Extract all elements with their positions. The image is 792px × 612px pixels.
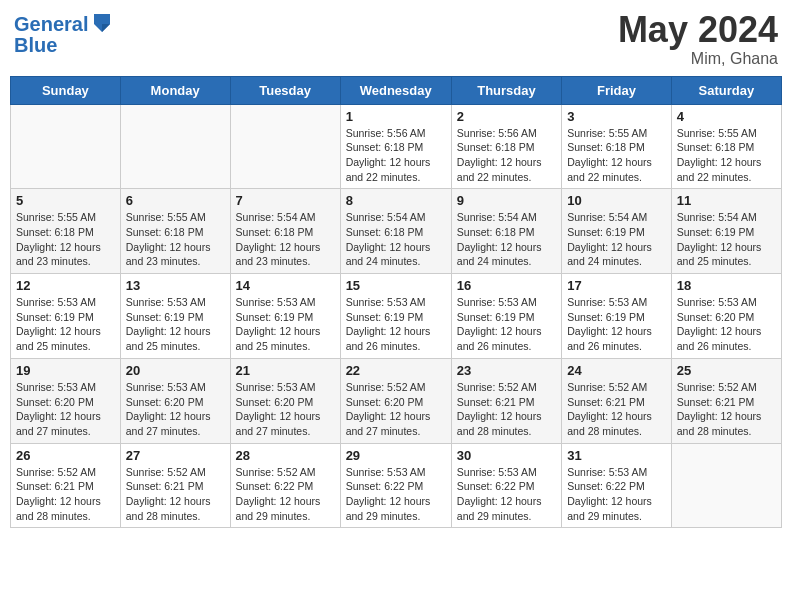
day-info: Sunrise: 5:53 AM Sunset: 6:22 PM Dayligh… bbox=[457, 465, 556, 524]
day-info: Sunrise: 5:55 AM Sunset: 6:18 PM Dayligh… bbox=[16, 210, 115, 269]
day-number: 11 bbox=[677, 193, 776, 208]
calendar-week-2: 5Sunrise: 5:55 AM Sunset: 6:18 PM Daylig… bbox=[11, 189, 782, 274]
main-title: May 2024 bbox=[618, 10, 778, 50]
calendar-cell: 21Sunrise: 5:53 AM Sunset: 6:20 PM Dayli… bbox=[230, 358, 340, 443]
calendar-cell: 10Sunrise: 5:54 AM Sunset: 6:19 PM Dayli… bbox=[562, 189, 672, 274]
calendar-cell bbox=[230, 104, 340, 189]
day-info: Sunrise: 5:53 AM Sunset: 6:19 PM Dayligh… bbox=[457, 295, 556, 354]
day-number: 4 bbox=[677, 109, 776, 124]
calendar-cell: 3Sunrise: 5:55 AM Sunset: 6:18 PM Daylig… bbox=[562, 104, 672, 189]
day-number: 21 bbox=[236, 363, 335, 378]
day-info: Sunrise: 5:53 AM Sunset: 6:19 PM Dayligh… bbox=[236, 295, 335, 354]
day-header-thursday: Thursday bbox=[451, 76, 561, 104]
calendar-cell: 25Sunrise: 5:52 AM Sunset: 6:21 PM Dayli… bbox=[671, 358, 781, 443]
day-number: 27 bbox=[126, 448, 225, 463]
calendar-cell: 23Sunrise: 5:52 AM Sunset: 6:21 PM Dayli… bbox=[451, 358, 561, 443]
day-number: 2 bbox=[457, 109, 556, 124]
logo-icon bbox=[90, 10, 114, 38]
day-info: Sunrise: 5:53 AM Sunset: 6:22 PM Dayligh… bbox=[346, 465, 446, 524]
calendar-cell: 4Sunrise: 5:55 AM Sunset: 6:18 PM Daylig… bbox=[671, 104, 781, 189]
day-info: Sunrise: 5:55 AM Sunset: 6:18 PM Dayligh… bbox=[567, 126, 666, 185]
day-info: Sunrise: 5:54 AM Sunset: 6:19 PM Dayligh… bbox=[567, 210, 666, 269]
day-info: Sunrise: 5:54 AM Sunset: 6:19 PM Dayligh… bbox=[677, 210, 776, 269]
day-number: 12 bbox=[16, 278, 115, 293]
calendar-cell: 31Sunrise: 5:53 AM Sunset: 6:22 PM Dayli… bbox=[562, 443, 672, 528]
day-info: Sunrise: 5:53 AM Sunset: 6:19 PM Dayligh… bbox=[16, 295, 115, 354]
calendar-table: SundayMondayTuesdayWednesdayThursdayFrid… bbox=[10, 76, 782, 529]
day-number: 20 bbox=[126, 363, 225, 378]
day-info: Sunrise: 5:52 AM Sunset: 6:21 PM Dayligh… bbox=[677, 380, 776, 439]
day-number: 13 bbox=[126, 278, 225, 293]
calendar-cell bbox=[120, 104, 230, 189]
day-number: 24 bbox=[567, 363, 666, 378]
day-number: 18 bbox=[677, 278, 776, 293]
calendar-cell: 2Sunrise: 5:56 AM Sunset: 6:18 PM Daylig… bbox=[451, 104, 561, 189]
calendar-week-3: 12Sunrise: 5:53 AM Sunset: 6:19 PM Dayli… bbox=[11, 274, 782, 359]
calendar-cell: 18Sunrise: 5:53 AM Sunset: 6:20 PM Dayli… bbox=[671, 274, 781, 359]
day-info: Sunrise: 5:53 AM Sunset: 6:20 PM Dayligh… bbox=[236, 380, 335, 439]
calendar-cell: 30Sunrise: 5:53 AM Sunset: 6:22 PM Dayli… bbox=[451, 443, 561, 528]
day-info: Sunrise: 5:53 AM Sunset: 6:20 PM Dayligh… bbox=[126, 380, 225, 439]
calendar-cell: 8Sunrise: 5:54 AM Sunset: 6:18 PM Daylig… bbox=[340, 189, 451, 274]
calendar-cell: 13Sunrise: 5:53 AM Sunset: 6:19 PM Dayli… bbox=[120, 274, 230, 359]
day-number: 6 bbox=[126, 193, 225, 208]
calendar-cell: 14Sunrise: 5:53 AM Sunset: 6:19 PM Dayli… bbox=[230, 274, 340, 359]
calendar-cell: 16Sunrise: 5:53 AM Sunset: 6:19 PM Dayli… bbox=[451, 274, 561, 359]
calendar-cell: 9Sunrise: 5:54 AM Sunset: 6:18 PM Daylig… bbox=[451, 189, 561, 274]
day-number: 28 bbox=[236, 448, 335, 463]
logo-text: General bbox=[14, 13, 88, 35]
day-header-tuesday: Tuesday bbox=[230, 76, 340, 104]
day-info: Sunrise: 5:53 AM Sunset: 6:19 PM Dayligh… bbox=[346, 295, 446, 354]
calendar-cell: 6Sunrise: 5:55 AM Sunset: 6:18 PM Daylig… bbox=[120, 189, 230, 274]
day-info: Sunrise: 5:52 AM Sunset: 6:22 PM Dayligh… bbox=[236, 465, 335, 524]
calendar-cell: 1Sunrise: 5:56 AM Sunset: 6:18 PM Daylig… bbox=[340, 104, 451, 189]
day-number: 25 bbox=[677, 363, 776, 378]
calendar-cell: 27Sunrise: 5:52 AM Sunset: 6:21 PM Dayli… bbox=[120, 443, 230, 528]
calendar-cell: 19Sunrise: 5:53 AM Sunset: 6:20 PM Dayli… bbox=[11, 358, 121, 443]
day-number: 10 bbox=[567, 193, 666, 208]
calendar-cell: 29Sunrise: 5:53 AM Sunset: 6:22 PM Dayli… bbox=[340, 443, 451, 528]
day-number: 15 bbox=[346, 278, 446, 293]
calendar-week-5: 26Sunrise: 5:52 AM Sunset: 6:21 PM Dayli… bbox=[11, 443, 782, 528]
day-number: 14 bbox=[236, 278, 335, 293]
svg-marker-1 bbox=[102, 24, 110, 32]
calendar-cell: 20Sunrise: 5:53 AM Sunset: 6:20 PM Dayli… bbox=[120, 358, 230, 443]
calendar-cell bbox=[11, 104, 121, 189]
day-info: Sunrise: 5:53 AM Sunset: 6:19 PM Dayligh… bbox=[567, 295, 666, 354]
day-number: 23 bbox=[457, 363, 556, 378]
day-number: 22 bbox=[346, 363, 446, 378]
calendar-cell: 26Sunrise: 5:52 AM Sunset: 6:21 PM Dayli… bbox=[11, 443, 121, 528]
day-info: Sunrise: 5:53 AM Sunset: 6:19 PM Dayligh… bbox=[126, 295, 225, 354]
day-header-wednesday: Wednesday bbox=[340, 76, 451, 104]
day-header-friday: Friday bbox=[562, 76, 672, 104]
title-block: May 2024 Mim, Ghana bbox=[618, 10, 778, 68]
day-number: 9 bbox=[457, 193, 556, 208]
day-info: Sunrise: 5:52 AM Sunset: 6:21 PM Dayligh… bbox=[16, 465, 115, 524]
calendar-cell: 7Sunrise: 5:54 AM Sunset: 6:18 PM Daylig… bbox=[230, 189, 340, 274]
day-number: 30 bbox=[457, 448, 556, 463]
calendar-cell bbox=[671, 443, 781, 528]
day-info: Sunrise: 5:53 AM Sunset: 6:20 PM Dayligh… bbox=[677, 295, 776, 354]
calendar-cell: 11Sunrise: 5:54 AM Sunset: 6:19 PM Dayli… bbox=[671, 189, 781, 274]
subtitle: Mim, Ghana bbox=[618, 50, 778, 68]
day-number: 26 bbox=[16, 448, 115, 463]
day-number: 8 bbox=[346, 193, 446, 208]
logo: General Blue bbox=[14, 10, 114, 57]
calendar-cell: 17Sunrise: 5:53 AM Sunset: 6:19 PM Dayli… bbox=[562, 274, 672, 359]
day-info: Sunrise: 5:56 AM Sunset: 6:18 PM Dayligh… bbox=[457, 126, 556, 185]
day-header-monday: Monday bbox=[120, 76, 230, 104]
day-info: Sunrise: 5:52 AM Sunset: 6:21 PM Dayligh… bbox=[126, 465, 225, 524]
day-header-sunday: Sunday bbox=[11, 76, 121, 104]
day-number: 29 bbox=[346, 448, 446, 463]
day-number: 19 bbox=[16, 363, 115, 378]
day-number: 1 bbox=[346, 109, 446, 124]
day-number: 3 bbox=[567, 109, 666, 124]
day-info: Sunrise: 5:54 AM Sunset: 6:18 PM Dayligh… bbox=[236, 210, 335, 269]
calendar-cell: 15Sunrise: 5:53 AM Sunset: 6:19 PM Dayli… bbox=[340, 274, 451, 359]
calendar-cell: 22Sunrise: 5:52 AM Sunset: 6:20 PM Dayli… bbox=[340, 358, 451, 443]
day-info: Sunrise: 5:52 AM Sunset: 6:21 PM Dayligh… bbox=[457, 380, 556, 439]
calendar-week-1: 1Sunrise: 5:56 AM Sunset: 6:18 PM Daylig… bbox=[11, 104, 782, 189]
day-info: Sunrise: 5:53 AM Sunset: 6:20 PM Dayligh… bbox=[16, 380, 115, 439]
day-info: Sunrise: 5:55 AM Sunset: 6:18 PM Dayligh… bbox=[677, 126, 776, 185]
day-number: 17 bbox=[567, 278, 666, 293]
